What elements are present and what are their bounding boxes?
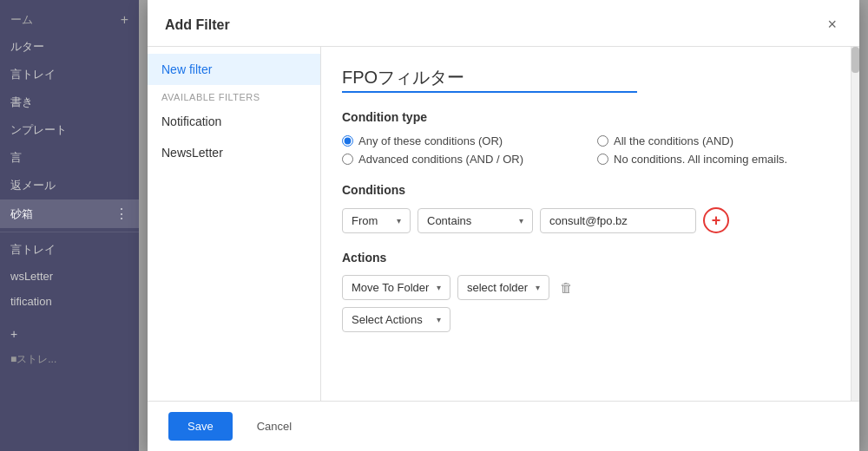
sidebar-item-sandbox[interactable]: 砂箱 ⋮ [0,199,139,228]
modal-header: Add Filter × [148,0,859,47]
radio-and[interactable] [597,135,608,147]
conditions-title: Conditions [342,183,838,197]
sidebar-item-inbox2[interactable]: 言トレイ [0,236,139,264]
scroll-thumb [852,47,859,73]
sidebar-item-draft[interactable]: 書き [0,88,139,116]
conditions-section: Conditions From To Subject ▾ [342,183,838,233]
scroll-bar [851,47,859,401]
right-panel: Condition type Any of these conditions (… [321,47,859,401]
actions-section: Actions Move To Folder Delete Mark as re… [342,251,838,332]
from-chevron-icon: ▾ [397,216,401,226]
select-folder-select[interactable]: select folder Inbox Trash [467,281,532,294]
radio-none-label[interactable]: No conditions. All incoming emails. [597,153,838,166]
sidebar-item-template[interactable]: ンプレート [0,116,139,144]
from-select[interactable]: From To Subject [352,214,393,227]
sidebar-newsletter-label: wsLetter [10,270,128,283]
radio-or-text: Any of these conditions (OR) [358,134,503,147]
filter-name-input[interactable] [342,64,637,93]
move-to-folder-dropdown[interactable]: Move To Folder Delete Mark as read ▾ [342,275,450,300]
sidebar-item-newsletter[interactable]: wsLetter [0,264,139,289]
modal-title: Add Filter [165,17,230,33]
notification-filter-label: Notification [161,114,221,128]
sidebar-team-label: ーム [10,12,33,28]
select-actions-select[interactable]: Select Actions Move To Folder Mark as re… [352,313,433,326]
sidebar-inbox2-label: 言トレイ [10,242,128,258]
sidebar-item-sent[interactable]: 言 [0,144,139,172]
add-filter-modal: Add Filter × New filter AVAILABLE FILTER… [148,0,859,451]
select-actions-row: Select Actions Move To Folder Mark as re… [342,307,838,332]
radio-and-text: All the conditions (AND) [614,134,733,147]
condition-type-title: Condition type [342,110,838,124]
save-button[interactable]: Save [168,412,233,441]
sidebar-item-filter[interactable]: ルター [0,33,139,61]
radio-none-text: No conditions. All incoming emails. [614,153,787,166]
sidebar-item-inbox[interactable]: 言トレイ [0,61,139,88]
radio-or-label[interactable]: Any of these conditions (OR) [342,134,583,147]
left-panel: New filter AVAILABLE FILTERS Notificatio… [148,47,321,401]
radio-or[interactable] [342,135,353,147]
sidebar-filter-label: ルター [10,39,128,55]
radio-advanced-text: Advanced conditions (AND / OR) [358,153,523,166]
modal-body: New filter AVAILABLE FILTERS Notificatio… [148,47,859,401]
radio-advanced-label[interactable]: Advanced conditions (AND / OR) [342,153,583,166]
from-dropdown[interactable]: From To Subject ▾ [342,208,411,233]
move-to-folder-chevron-icon: ▾ [437,283,441,292]
delete-action-button[interactable]: 🗑 [556,277,576,298]
sidebar-draft-label: 書き [10,95,128,110]
sidebar-item-auto-reply[interactable]: 返メール [0,172,139,199]
move-to-folder-select[interactable]: Move To Folder Delete Mark as read [352,281,433,294]
radio-and-label[interactable]: All the conditions (AND) [597,134,838,147]
sidebar-add-icon[interactable]: + [121,12,128,28]
sidebar: ーム + ルター 言トレイ 書き ンプレート 言 返メール 砂箱 ⋮ 言トレイ … [0,0,139,451]
radio-group: Any of these conditions (OR) All the con… [342,134,838,166]
sidebar-notification-label: tification [10,295,128,308]
select-actions-chevron-icon: ▾ [437,315,441,324]
sidebar-sandbox-plus-icon[interactable]: ⋮ [115,206,128,222]
select-folder-dropdown[interactable]: select folder Inbox Trash ▾ [457,275,549,300]
actions-title: Actions [342,251,838,265]
radio-advanced[interactable] [342,154,353,165]
sidebar-sent-label: 言 [10,150,128,166]
newsletter-filter-label: NewsLetter [161,146,223,160]
new-filter-item[interactable]: New filter [148,54,320,85]
sidebar-sandbox-label: 砂箱 [10,206,115,222]
available-filters-header: AVAILABLE FILTERS [148,85,320,106]
select-actions-dropdown[interactable]: Select Actions Move To Folder Mark as re… [342,307,450,332]
sidebar-inbox-label: 言トレイ [10,67,128,82]
cancel-button[interactable]: Cancel [243,412,306,441]
sidebar-add-folder-icon: + [10,327,17,341]
sidebar-item-add[interactable]: + [0,321,139,347]
contains-dropdown[interactable]: Contains Does not contain Is ▾ [418,208,533,233]
newsletter-filter-item[interactable]: NewsLetter [148,137,320,168]
sidebar-template-label: ンプレート [10,122,128,138]
sidebar-item-notification[interactable]: tification [0,289,139,314]
contains-select[interactable]: Contains Does not contain Is [427,214,516,227]
condition-value-input[interactable] [540,208,696,233]
select-folder-chevron-icon: ▾ [536,283,540,292]
contains-chevron-icon: ▾ [519,216,523,226]
sidebar-top: ーム + [0,7,139,33]
conditions-row: From To Subject ▾ Contains Does not cont… [342,207,838,233]
modal-footer: Save Cancel [148,401,859,451]
modal-overlay: Add Filter × New filter AVAILABLE FILTER… [139,0,868,451]
sidebar-auto-reply-label: 返メール [10,178,128,193]
radio-none[interactable] [597,154,608,165]
sidebar-bottom-label: ■ストレ... [0,347,139,372]
notification-filter-item[interactable]: Notification [148,106,320,137]
move-to-folder-row: Move To Folder Delete Mark as read ▾ sel… [342,275,838,300]
add-condition-button[interactable]: + [703,207,729,233]
modal-close-button[interactable]: × [822,14,842,36]
